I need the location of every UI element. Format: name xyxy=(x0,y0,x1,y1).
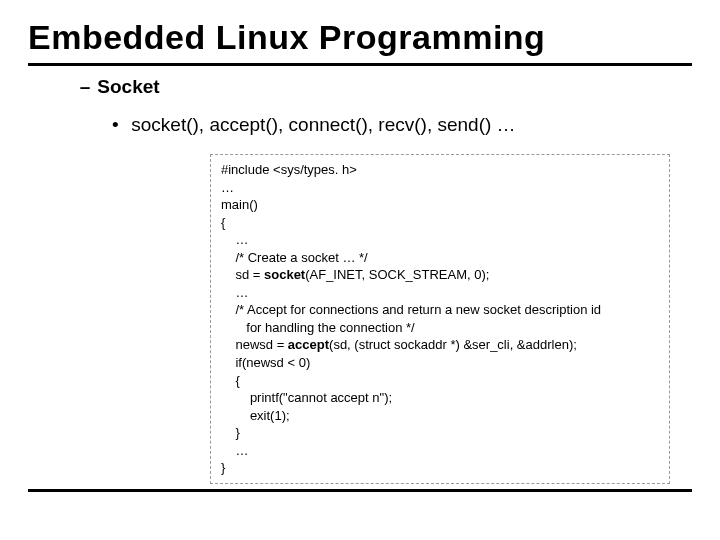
code-line: printf("cannot accept n"); xyxy=(221,390,392,405)
bullet-functions-label: socket(), accept(), connect(), recv(), s… xyxy=(131,114,515,135)
code-keyword-accept: accept xyxy=(288,337,329,352)
code-keyword-socket: socket xyxy=(264,267,305,282)
code-line: newsd = xyxy=(221,337,288,352)
code-line: … xyxy=(221,285,248,300)
bullet-functions: • socket(), accept(), connect(), recv(),… xyxy=(112,114,720,136)
code-line: if(newsd < 0) xyxy=(221,355,310,370)
code-line: { xyxy=(221,373,240,388)
code-line: { xyxy=(221,215,225,230)
code-line: … xyxy=(221,232,248,247)
subheading-socket-label: Socket xyxy=(97,76,159,97)
code-line: sd = xyxy=(221,267,264,282)
page-title: Embedded Linux Programming xyxy=(0,0,720,63)
title-rule xyxy=(28,63,692,66)
code-line: } xyxy=(221,425,240,440)
code-line: … xyxy=(221,443,248,458)
dot-bullet: • xyxy=(112,114,126,136)
code-line: #include <sys/types. h> xyxy=(221,162,357,177)
code-line: /* Accept for connections and return a n… xyxy=(221,302,601,317)
code-line: … xyxy=(221,180,234,195)
dash-bullet: – xyxy=(78,76,92,98)
code-line: (AF_INET, SOCK_STREAM, 0); xyxy=(305,267,489,282)
code-line: main() xyxy=(221,197,258,212)
bottom-rule xyxy=(28,489,692,492)
code-line: exit(1); xyxy=(221,408,290,423)
code-line: for handling the connection */ xyxy=(221,320,415,335)
code-snippet: #include <sys/types. h> … main() { … /* … xyxy=(210,154,670,484)
code-line: /* Create a socket … */ xyxy=(221,250,368,265)
subheading-socket: – Socket xyxy=(78,76,720,98)
code-line: } xyxy=(221,460,225,475)
code-line: (sd, (struct sockaddr *) &ser_cli, &addr… xyxy=(329,337,577,352)
